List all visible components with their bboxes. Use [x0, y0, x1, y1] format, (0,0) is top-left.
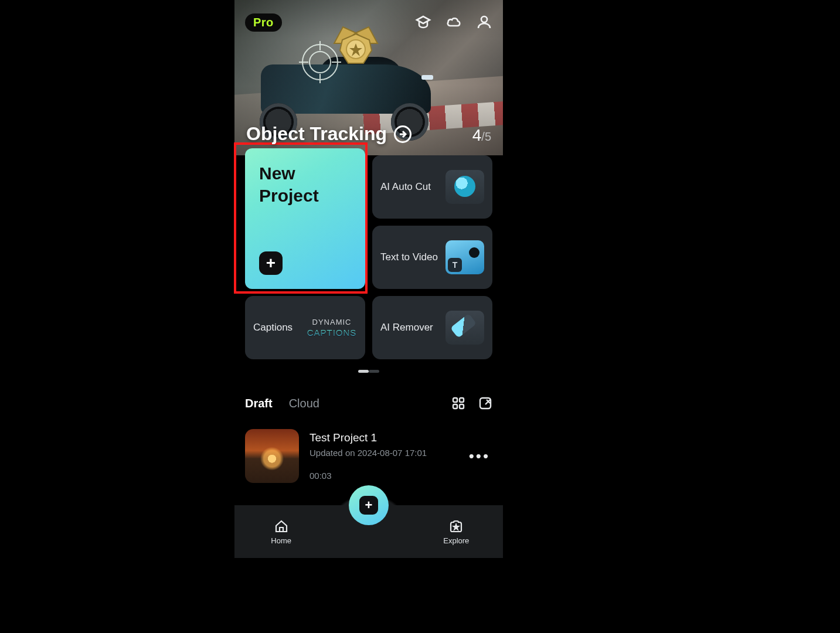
new-project-tile[interactable]: New Project + [245, 148, 365, 289]
hero-page-current: 4 [472, 126, 482, 144]
svg-rect-14 [480, 398, 491, 409]
arrow-right-icon [394, 125, 412, 143]
hero-banner[interactable]: Pro Object Tracking [234, 0, 503, 155]
hero-title-text: Object Tracking [246, 123, 387, 145]
profile-icon[interactable] [476, 14, 492, 30]
nav-home[interactable]: Home [246, 519, 317, 545]
svg-point-9 [481, 16, 487, 22]
bottom-nav: Home Explore + [234, 505, 503, 558]
svg-point-1 [310, 52, 331, 73]
svg-rect-13 [460, 404, 464, 409]
svg-rect-10 [453, 398, 457, 402]
svg-marker-15 [454, 525, 458, 529]
top-bar: Pro [234, 6, 503, 39]
hero-page-indicator: 4/5 [472, 126, 491, 145]
home-icon [274, 519, 289, 534]
explore-icon [448, 519, 464, 534]
project-name: Test Project 1 [310, 431, 458, 444]
tile-text-to-video[interactable]: Text to Video T [372, 226, 492, 289]
edit-icon[interactable] [478, 396, 492, 410]
svg-rect-12 [453, 404, 457, 409]
drafts-tabs: Draft Cloud [245, 397, 319, 410]
nav-home-label: Home [271, 536, 291, 545]
create-fab[interactable]: + [349, 485, 389, 525]
project-updated: Updated on 2024-08-07 17:01 [310, 448, 458, 458]
cloud-icon[interactable] [445, 14, 462, 30]
new-project-label: New Project [259, 162, 351, 207]
ai-auto-cut-icon [445, 170, 484, 204]
academy-icon[interactable] [415, 14, 431, 30]
hero-title[interactable]: Object Tracking [246, 123, 412, 145]
project-thumbnail [245, 429, 299, 483]
nav-explore-label: Explore [443, 536, 469, 545]
grid-view-icon[interactable] [451, 396, 465, 410]
project-row[interactable]: Test Project 1 Updated on 2024-08-07 17:… [245, 429, 492, 483]
nav-explore[interactable]: Explore [421, 519, 491, 545]
tile-ai-remover[interactable]: AI Remover [372, 296, 492, 359]
svg-rect-11 [460, 398, 464, 402]
plus-icon: + [259, 251, 283, 275]
text-to-video-icon: T [445, 240, 484, 274]
tile-label: Captions [253, 322, 293, 333]
captions-icon: DYNAMIC CAPTIONS [307, 318, 357, 338]
tile-captions[interactable]: Captions DYNAMIC CAPTIONS [245, 296, 365, 359]
tile-ai-auto-cut[interactable]: AI Auto Cut [372, 155, 492, 219]
tile-label: AI Auto Cut [380, 181, 431, 193]
ai-remover-icon [445, 311, 484, 345]
pro-badge[interactable]: Pro [245, 13, 282, 32]
hero-page-total: 5 [485, 130, 491, 143]
more-options-icon[interactable]: ••• [469, 447, 492, 465]
tile-label: Text to Video [380, 251, 438, 263]
tab-draft[interactable]: Draft [245, 397, 273, 410]
plus-icon: + [359, 496, 378, 515]
project-duration: 00:03 [310, 471, 458, 481]
tiles-page-indicator [245, 370, 492, 373]
tile-label: AI Remover [380, 322, 433, 333]
tab-cloud[interactable]: Cloud [289, 397, 319, 410]
